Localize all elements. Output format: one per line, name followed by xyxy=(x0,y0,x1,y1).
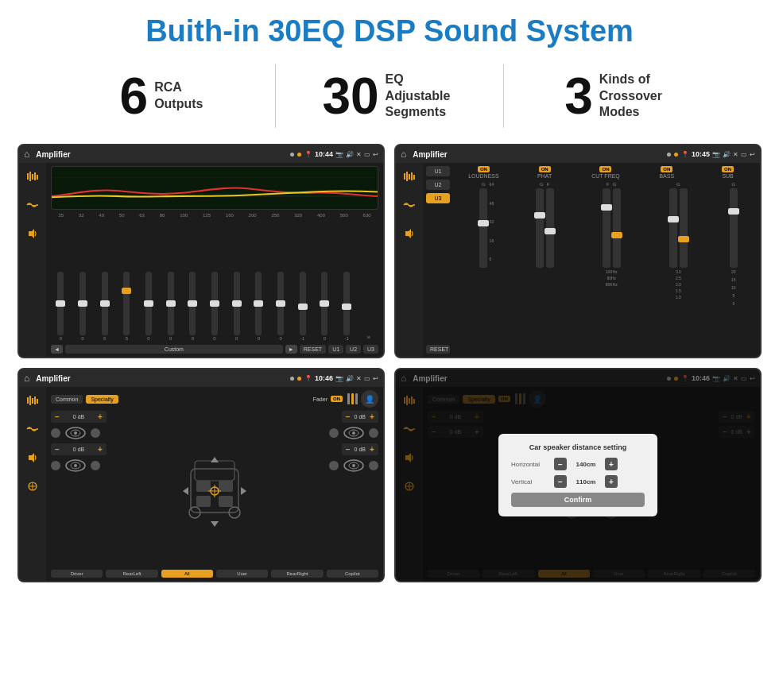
eq-custom-btn[interactable]: Custom xyxy=(65,345,283,354)
camera-icon-3: 📷 xyxy=(335,375,343,382)
vertical-row: Vertical − 110cm + xyxy=(511,475,645,488)
eq-prev-btn[interactable]: ◄ xyxy=(51,345,63,354)
camera-icon-1: 📷 xyxy=(335,151,343,158)
svg-rect-31 xyxy=(195,461,234,481)
common-tab[interactable]: Common xyxy=(51,395,83,404)
db-control-4: − 0 dB + xyxy=(342,443,378,455)
screen3-sidebar xyxy=(19,387,46,581)
db-minus-4[interactable]: − xyxy=(343,445,353,454)
horizontal-plus-btn[interactable]: + xyxy=(605,458,618,470)
eq-more[interactable]: » xyxy=(358,334,378,341)
svg-rect-9 xyxy=(404,173,405,180)
location-icon-1: 📍 xyxy=(304,151,312,158)
svg-marker-44 xyxy=(241,487,246,495)
horizontal-minus-btn[interactable]: − xyxy=(554,458,567,470)
phat-toggle[interactable]: ON xyxy=(539,166,551,172)
eq-u2-btn[interactable]: U2 xyxy=(346,345,361,354)
screen-distance: ⌂ Amplifier 📍 10:46 📷 🔊 ✕ ▭ ↩ xyxy=(394,368,762,582)
speaker-dot-r4 xyxy=(369,461,378,470)
db-control-2: − 0 dB + xyxy=(51,443,107,455)
eq-u1-btn[interactable]: U1 xyxy=(328,345,343,354)
eq-reset-btn[interactable]: RESET xyxy=(300,345,326,354)
crossover-reset-btn[interactable]: RESET xyxy=(426,345,450,354)
eq-icon-3[interactable] xyxy=(24,392,41,409)
home-icon-1[interactable]: ⌂ xyxy=(24,149,29,160)
home-icon-3[interactable]: ⌂ xyxy=(24,373,29,384)
svg-rect-35 xyxy=(219,481,233,492)
balance-icon-3[interactable] xyxy=(24,478,41,495)
copilot-btn[interactable]: Copilot xyxy=(327,570,378,578)
fader-label: Fader xyxy=(313,396,327,402)
rearleft-btn[interactable]: RearLeft xyxy=(106,570,157,578)
time-1: 10:44 xyxy=(315,150,333,158)
vertical-plus-btn[interactable]: + xyxy=(605,475,618,488)
speaker-dot-l2 xyxy=(91,428,100,438)
app-title-3: Amplifier xyxy=(36,374,287,383)
db-plus-1[interactable]: + xyxy=(95,412,105,421)
fader-left: − 0 dB + xyxy=(51,411,107,567)
eq-u3-btn[interactable]: U3 xyxy=(363,345,378,354)
driver-btn[interactable]: Driver xyxy=(51,570,103,578)
db-plus-2[interactable]: + xyxy=(95,445,105,454)
db-control-3: − 0 dB + xyxy=(342,411,378,423)
stats-row: 6 RCAOutputs 30 EQ AdjustableSegments 3 … xyxy=(0,56,779,141)
crossover-presets: U1 U2 U3 RESET xyxy=(426,166,450,354)
eq-slider-5: 0 xyxy=(161,272,180,341)
preset-u2-btn[interactable]: U2 xyxy=(426,180,450,190)
eq-sliders-row: 0 0 0 5 0 0 0 0 0 0 0 -1 0 -1 » xyxy=(51,220,378,342)
loudness-toggle[interactable]: ON xyxy=(478,166,490,172)
fader-toggle[interactable]: ON xyxy=(331,396,343,402)
home-icon-2[interactable]: ⌂ xyxy=(401,149,406,160)
dot-3b xyxy=(297,377,301,381)
window-icon-2: ▭ xyxy=(741,151,747,158)
all-btn[interactable]: All xyxy=(161,570,213,578)
eq-slider-2: 0 xyxy=(95,272,114,341)
user-icon-3[interactable]: 👤 xyxy=(361,390,378,408)
stat-rca: 6 RCAOutputs xyxy=(48,71,275,122)
fader-right: − 0 dB + xyxy=(323,411,378,567)
wave-icon-3[interactable] xyxy=(24,420,41,438)
stat-crossover-text: Kinds ofCrossover Modes xyxy=(599,72,671,121)
fader-top: Common Specialty Fader ON 👤 xyxy=(51,390,378,408)
speaker-icon[interactable] xyxy=(24,225,41,242)
vertical-minus-btn[interactable]: − xyxy=(554,475,567,488)
user-btn[interactable]: User xyxy=(216,570,268,578)
eq-next-btn[interactable]: ► xyxy=(285,345,297,354)
svg-rect-10 xyxy=(406,172,408,181)
db-plus-4[interactable]: + xyxy=(367,445,377,454)
eq-graph xyxy=(51,166,378,210)
wave-icon[interactable] xyxy=(24,196,41,214)
confirm-button[interactable]: Confirm xyxy=(511,493,645,507)
svg-point-26 xyxy=(74,431,77,435)
stat-rca-text: RCAOutputs xyxy=(154,79,203,113)
eq-slider-12: 0 xyxy=(315,272,335,341)
eq-slider-8: 0 xyxy=(227,272,246,341)
sub-toggle[interactable]: ON xyxy=(722,166,734,172)
speaker-dot-r2 xyxy=(369,428,378,438)
preset-u3-btn[interactable]: U3 xyxy=(426,193,450,203)
speaker-icon-r1 xyxy=(342,426,366,440)
eq-icon[interactable] xyxy=(24,168,41,185)
speaker-icon-3[interactable] xyxy=(24,449,41,466)
specialty-tab[interactable]: Specialty xyxy=(86,395,118,404)
cutfreq-toggle[interactable]: ON xyxy=(599,166,611,172)
svg-rect-13 xyxy=(413,175,415,180)
eq-icon-2[interactable] xyxy=(401,168,418,185)
speaker-icon-2[interactable] xyxy=(401,225,418,242)
wave-icon-2[interactable] xyxy=(401,196,418,214)
crossover-main: U1 U2 U3 RESET ON LOUDNESS ON xyxy=(423,163,760,357)
db-plus-3[interactable]: + xyxy=(367,412,377,421)
bass-toggle[interactable]: ON xyxy=(661,166,672,172)
rearright-btn[interactable]: RearRight xyxy=(271,570,323,578)
eq-slider-11: -1 xyxy=(293,272,312,341)
speaker-dot-r1 xyxy=(329,428,339,438)
db-minus-2[interactable]: − xyxy=(52,445,62,454)
time-2: 10:45 xyxy=(692,150,710,158)
preset-u1-btn[interactable]: U1 xyxy=(426,166,450,176)
volume-icon-3: 🔊 xyxy=(346,375,354,382)
fader-main: Common Specialty Fader ON 👤 − xyxy=(46,387,383,581)
db-minus-1[interactable]: − xyxy=(52,412,62,421)
dialog-title: Car speaker distance setting xyxy=(511,443,645,451)
speaker-icon-l1 xyxy=(64,426,87,440)
db-minus-3[interactable]: − xyxy=(343,412,353,421)
